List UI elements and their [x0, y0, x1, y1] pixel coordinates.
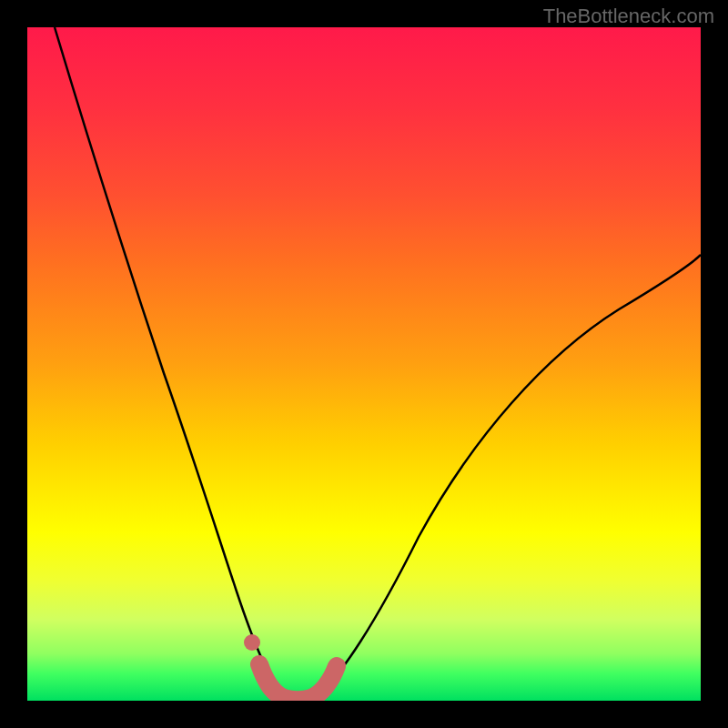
svg-point-0: [244, 634, 260, 651]
optimal-zone-highlight: [244, 634, 337, 700]
bottleneck-curve-path: [55, 27, 701, 699]
curve-svg: [27, 27, 701, 701]
watermark-text: TheBottleneck.com: [543, 5, 714, 28]
chart-area: [27, 27, 701, 701]
